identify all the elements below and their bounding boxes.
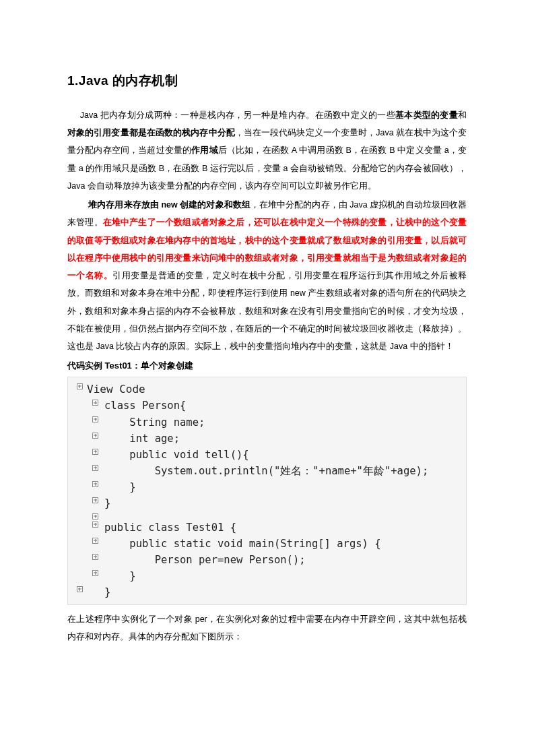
expand-icon[interactable]: [86, 463, 103, 471]
expand-icon[interactable]: [86, 398, 103, 406]
paragraph-1: Java 把内存划分成两种：一种是栈内存，另一种是堆内存。在函数中定义的一些基本…: [67, 106, 467, 195]
p1-bold-2: 对象的引用变量都是在函数的栈内存中分配: [67, 128, 235, 137]
code-view-label: View Code: [86, 381, 145, 398]
expand-icon[interactable]: [86, 519, 103, 528]
code-line: [73, 511, 461, 519]
code-text: int age;: [103, 431, 180, 447]
expand-icon[interactable]: [73, 584, 86, 592]
code-line: }: [73, 495, 461, 511]
code-line: }: [73, 568, 461, 584]
code-text: }: [103, 584, 110, 600]
code-block: View Code class Person{ String name; int…: [67, 377, 467, 605]
expand-icon[interactable]: [73, 381, 86, 389]
expand-icon[interactable]: [86, 511, 103, 519]
code-text: String name;: [103, 414, 205, 431]
p1-bold-1: 基本类型的变量: [395, 111, 458, 120]
code-line: int age;: [73, 431, 461, 447]
expand-icon[interactable]: [86, 479, 103, 487]
code-view-row[interactable]: View Code: [73, 381, 461, 398]
code-line: }: [73, 479, 461, 495]
p1-text-c: 和: [458, 111, 467, 120]
expand-icon[interactable]: [86, 552, 103, 560]
code-line: String name;: [73, 414, 461, 431]
p1-text-a: Java 把内存划分成两种：一种是栈内存，另一种是堆内存。在函数中定义的一些: [80, 111, 395, 120]
paragraph-2: 堆内存用来存放由 new 创建的对象和数组，在堆中分配的内存，由 Java 虚拟…: [67, 196, 467, 355]
code-text: System.out.println("姓名："+name+"年龄"+age);: [103, 463, 428, 479]
p1-bold-3: 作用域: [191, 146, 218, 155]
code-example-label: 代码实例 Test01：单个对象创建: [67, 356, 467, 375]
expand-icon[interactable]: [86, 414, 103, 422]
p2-bold-1: 堆内存用来存放由 new 创建的对象和数组: [88, 200, 251, 210]
code-text: public void tell(){: [103, 447, 249, 463]
code-text: Person per=new Person();: [103, 552, 306, 568]
code-line: public void tell(){: [73, 447, 461, 463]
code-text: }: [103, 568, 136, 584]
code-line: }: [73, 584, 461, 600]
expand-icon[interactable]: [86, 536, 103, 544]
code-text: class Person{: [103, 398, 186, 414]
code-text: }: [103, 479, 136, 495]
page-title: 1.Java 的内存机制: [67, 67, 467, 94]
expand-icon[interactable]: [86, 431, 103, 439]
code-line: System.out.println("姓名："+name+"年龄"+age);: [73, 463, 461, 479]
code-line: public static void main(String[] args) {: [73, 536, 461, 552]
code-text: public class Test01 {: [103, 519, 236, 536]
p2-text-d: 引用变量是普通的变量，定义时在栈中分配，引用变量在程序运行到其作用域之外后被释放…: [67, 271, 467, 351]
code-line: class Person{: [73, 398, 461, 414]
expand-icon[interactable]: [86, 568, 103, 576]
code-line: Person per=new Person();: [73, 552, 461, 568]
code-text: public static void main(String[] args) {: [103, 536, 381, 552]
code-line: public class Test01 {: [73, 519, 461, 536]
code-text: }: [103, 495, 110, 511]
expand-icon[interactable]: [86, 447, 103, 455]
expand-icon[interactable]: [86, 495, 103, 503]
footer-paragraph: 在上述程序中实例化了一个对象 per，在实例化对象的过程中需要在内存中开辟空间，…: [67, 610, 467, 646]
